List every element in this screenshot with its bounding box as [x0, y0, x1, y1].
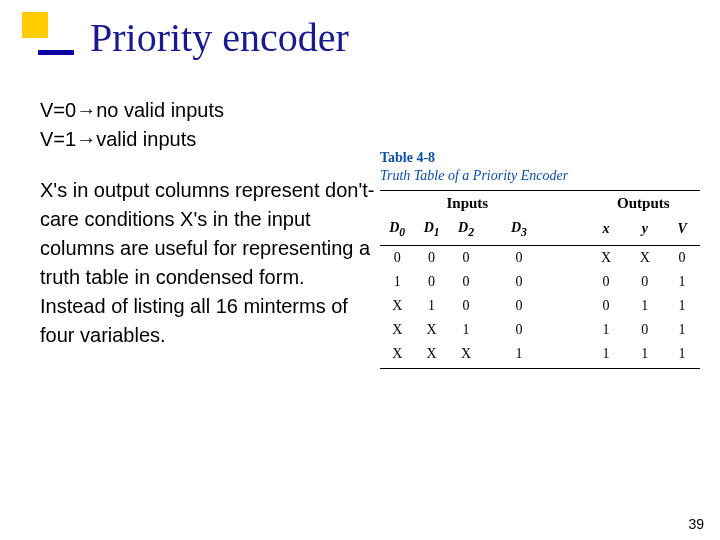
cell: 0 [625, 318, 664, 342]
col-D2: D2 [449, 216, 483, 245]
cell: 1 [449, 318, 483, 342]
cell: 0 [449, 245, 483, 270]
body-line-1: V=0→no valid inputs [40, 96, 375, 125]
col-D3: D3 [483, 216, 586, 245]
col-D1: D1 [414, 216, 448, 245]
cell: 0 [449, 294, 483, 318]
cell: 1 [483, 342, 586, 369]
cell: 1 [625, 342, 664, 369]
page-number: 39 [688, 516, 704, 532]
cell: X [380, 342, 414, 369]
group-header-inputs: Inputs [380, 191, 587, 217]
cell: 0 [380, 245, 414, 270]
cell: 1 [664, 318, 700, 342]
cell: X [587, 245, 626, 270]
col-D0: D0 [380, 216, 414, 245]
cell: 1 [664, 294, 700, 318]
table-row: 0 0 0 0 X X 0 [380, 245, 700, 270]
cell: X [380, 318, 414, 342]
cell: X [414, 342, 448, 369]
accent-underline [38, 50, 74, 55]
body-line-2: V=1→valid inputs [40, 125, 375, 154]
cell: 0 [483, 294, 586, 318]
cell: 0 [587, 294, 626, 318]
table-column-header-row: D0 D1 D2 D3 x y V [380, 216, 700, 245]
table-group-header-row: Inputs Outputs [380, 191, 700, 217]
group-header-outputs: Outputs [587, 191, 700, 217]
cell: 0 [483, 245, 586, 270]
truth-table-block: Table 4-8 Truth Table of a Priority Enco… [380, 150, 700, 369]
cell: 1 [625, 294, 664, 318]
col-V: V [664, 216, 700, 245]
cell: 0 [587, 270, 626, 294]
table-row: X X X 1 1 1 1 [380, 342, 700, 369]
cell: X [625, 245, 664, 270]
cell: 1 [380, 270, 414, 294]
col-x: x [587, 216, 626, 245]
table-caption: Truth Table of a Priority Encoder [380, 168, 700, 184]
cell: 0 [414, 270, 448, 294]
cell: X [414, 318, 448, 342]
truth-table-body: 0 0 0 0 X X 0 1 0 0 0 0 0 1 X 1 0 0 [380, 245, 700, 368]
cell: 0 [483, 270, 586, 294]
truth-table: Inputs Outputs D0 D1 D2 D3 x y V 0 0 0 0… [380, 190, 700, 369]
cell: 0 [664, 245, 700, 270]
table-row: X 1 0 0 0 1 1 [380, 294, 700, 318]
cell: X [449, 342, 483, 369]
table-ref: Table 4-8 [380, 150, 700, 166]
cell: 1 [664, 342, 700, 369]
table-row: 1 0 0 0 0 0 1 [380, 270, 700, 294]
cell: 0 [483, 318, 586, 342]
col-y: y [625, 216, 664, 245]
cell: 0 [414, 245, 448, 270]
accent-square [22, 12, 48, 38]
cell: 1 [664, 270, 700, 294]
cell: 0 [449, 270, 483, 294]
body-text: V=0→no valid inputs V=1→valid inputs X's… [40, 96, 375, 350]
table-row: X X 1 0 1 0 1 [380, 318, 700, 342]
cell: 1 [587, 342, 626, 369]
cell: X [380, 294, 414, 318]
cell: 0 [625, 270, 664, 294]
body-paragraph: X's in output columns represent don't-ca… [40, 176, 375, 350]
cell: 1 [414, 294, 448, 318]
cell: 1 [587, 318, 626, 342]
page-title: Priority encoder [90, 14, 349, 61]
